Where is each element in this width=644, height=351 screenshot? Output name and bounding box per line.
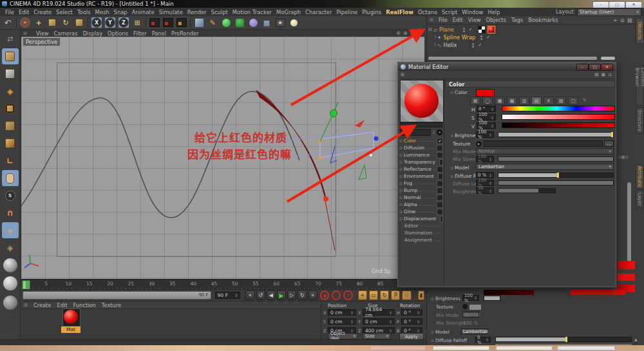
enable-check[interactable]: ✓ (469, 27, 473, 32)
menu-mograph[interactable]: MoGraph (276, 9, 301, 15)
vp-menu-view[interactable]: View (36, 30, 49, 37)
am-diffuse-falloff-field[interactable]: 0 %⇕ (475, 337, 491, 343)
visibility-dots[interactable] (463, 28, 465, 32)
size-x-field[interactable]: 74.664 cm⇕ (363, 309, 395, 316)
me-panel-menu-icon[interactable]: ⊞ (401, 72, 404, 77)
uvw-tag-icon[interactable] (478, 26, 486, 33)
brightness-field[interactable]: 100 %⇕ (476, 131, 494, 138)
compact-mode-icon[interactable]: ▤ (470, 97, 480, 105)
render-settings-icon[interactable] (176, 17, 187, 28)
z-axis-lock-icon[interactable]: Z (118, 17, 129, 28)
last-tool-icon[interactable] (74, 17, 84, 28)
light-icon[interactable] (289, 17, 299, 28)
rgb-mode-icon[interactable]: ▥ (519, 97, 529, 105)
me-maximize-button[interactable]: □ (589, 64, 601, 71)
viewport-solo-icon[interactable] (2, 170, 19, 186)
key-point-level-toggle[interactable]: ∷ (402, 290, 411, 300)
channel-glow[interactable]: ⊙Glow (399, 208, 443, 215)
channel-checkbox[interactable] (439, 159, 443, 166)
value-gradient-bar[interactable] (502, 122, 615, 128)
menu-window[interactable]: Window (462, 9, 483, 15)
add-cube-icon[interactable] (194, 17, 204, 28)
diffuse-falloff-slider[interactable] (498, 173, 614, 178)
eyedropper-icon[interactable]: ✎ (580, 97, 589, 104)
pan-view-icon[interactable]: ✢ (396, 30, 401, 36)
tab-structure[interactable]: Structure (636, 107, 644, 134)
spectrum-mode-icon[interactable]: ▦ (495, 97, 505, 105)
menu-animate[interactable]: Animate (132, 9, 155, 15)
om-search-icon[interactable]: ➢ (613, 17, 618, 23)
menu-character[interactable]: Character (305, 9, 332, 15)
panel-menu-icon[interactable]: ⊞ (430, 17, 433, 23)
am-diffuse-falloff-slider[interactable] (495, 337, 632, 342)
model-mode-icon[interactable] (2, 48, 19, 64)
y-axis-lock-icon[interactable]: Y (105, 17, 115, 28)
autokey-button[interactable]: ◌ (332, 290, 341, 300)
material-name-label[interactable]: Mat (61, 327, 80, 333)
om-horizontal-scrollbar[interactable] (428, 57, 597, 60)
magnet-icon[interactable]: ∩ (2, 205, 19, 221)
channel-assignment[interactable]: Assignment (399, 236, 443, 243)
frame-tick-20[interactable]: 20 (107, 281, 113, 287)
channel-checkbox[interactable] (437, 166, 443, 173)
key-rotation-toggle[interactable]: ↻ (380, 290, 389, 300)
make-editable-icon[interactable]: ⇄ (2, 31, 19, 47)
live-select-icon[interactable]: ➢ (20, 17, 30, 28)
frame-tick-15[interactable]: 15 (86, 281, 93, 287)
frame-tick-65[interactable]: 65 (294, 281, 301, 287)
menu-octane[interactable]: Octane (418, 9, 437, 15)
channel-environment[interactable]: ⊙Environment (399, 173, 443, 180)
hsv-mode-icon[interactable]: ▧ (531, 97, 542, 105)
goto-end-button[interactable]: » (308, 290, 317, 300)
h-field[interactable]: 0 °⇕ (477, 106, 496, 112)
coordinate-system-icon[interactable]: ⊞ (132, 17, 142, 28)
frame-tick-5[interactable]: 5 (44, 281, 48, 287)
play-button[interactable]: ▶ (277, 290, 286, 300)
channel-checkbox[interactable]: ✓ (437, 138, 443, 144)
edges-mode-icon[interactable] (2, 118, 19, 134)
matmgr-menu-edit[interactable]: Edit (57, 302, 67, 308)
me-close-button[interactable]: ✕ (601, 64, 613, 71)
frame-tick-45[interactable]: 45 (211, 281, 218, 287)
palette-sphere-icon[interactable] (2, 257, 19, 273)
rotate-tool-icon[interactable]: ↻ (61, 17, 71, 28)
menu-create[interactable]: Create (33, 9, 52, 15)
swatches-mode-icon[interactable]: ▢ (568, 97, 578, 105)
channel-bump[interactable]: ⊙Bump (399, 187, 443, 194)
object-row-helix[interactable]: └ ∿ Helix ✓ (427, 41, 620, 49)
channel-normal[interactable]: ⊙Normal (399, 194, 443, 201)
palette-sphere3-icon[interactable] (2, 294, 19, 312)
menu-tools[interactable]: Tools (77, 9, 91, 15)
me-lock-icon[interactable]: ⊙ (608, 72, 612, 77)
palette-sphere2-icon[interactable] (2, 274, 19, 292)
channel-checkbox[interactable] (437, 180, 443, 187)
pos-x-field[interactable]: 0 cm⇕ (328, 309, 356, 316)
preview-range-slider[interactable]: 90 F (23, 291, 211, 299)
model-dropdown[interactable]: Lambertian▾ (476, 164, 614, 170)
om-menu-view[interactable]: View (468, 17, 481, 23)
channel-illumination[interactable]: Illumination (399, 229, 443, 236)
vp-menu-prorender[interactable]: ProRender (171, 30, 199, 37)
rot-p-field[interactable]: 0 °⇕ (401, 318, 422, 325)
channel-displacement[interactable]: ⊙Displacement (399, 215, 443, 222)
frame-tick-40[interactable]: 40 (190, 281, 196, 287)
vp-menu-panel[interactable]: Panel (152, 30, 166, 37)
channel-checkbox[interactable] (437, 209, 443, 215)
menu-plugins[interactable]: Plugins (362, 9, 381, 15)
polygons-mode-icon[interactable] (2, 135, 19, 151)
color-swatch[interactable] (476, 89, 495, 97)
next-key-button[interactable]: ↻ (298, 290, 307, 300)
matmgr-menu-create[interactable]: Create (33, 302, 52, 308)
object-name[interactable]: Plane (439, 26, 454, 33)
material-name-field[interactable] (400, 122, 442, 128)
rot-h-field[interactable]: 0 °⇕ (401, 309, 422, 316)
enable-check[interactable]: ✓ (486, 35, 490, 40)
am-val-gradient[interactable] (484, 290, 534, 295)
menu-mesh[interactable]: Mesh (95, 9, 109, 15)
coord-mode-dropdown[interactable]: Object (Rel▾ (328, 333, 358, 339)
s-field[interactable]: 100 %⇕ (477, 114, 496, 120)
panel-menu-icon[interactable]: ⊞ (24, 303, 28, 308)
menu-script[interactable]: Script (442, 9, 457, 15)
render-picture-viewer-icon[interactable] (163, 17, 173, 28)
menu-file[interactable]: File (5, 9, 14, 15)
